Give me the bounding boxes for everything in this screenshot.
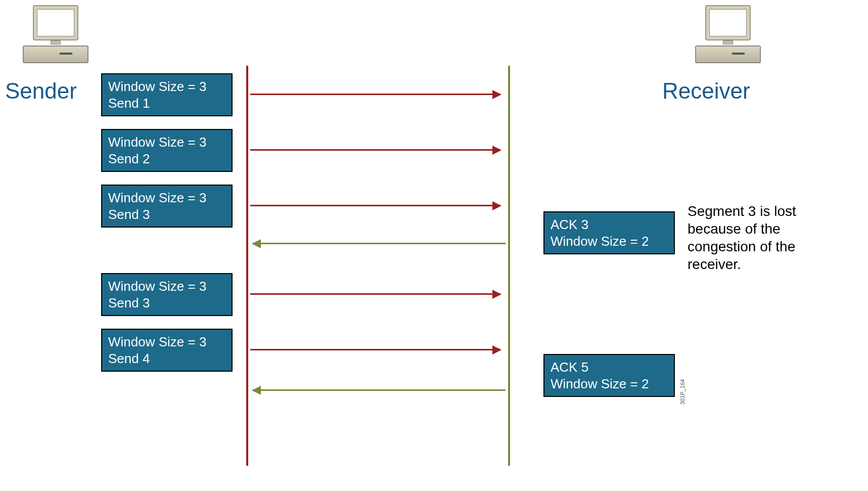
sender-box-2: Window Size = 3 Send 2: [101, 129, 233, 172]
receiver-box-2-line1: ACK 5: [551, 359, 668, 376]
receiver-lifeline: [508, 66, 510, 466]
arrow-send-2: [250, 149, 500, 151]
receiver-box-2: ACK 5 Window Size = 2: [543, 354, 675, 397]
receiver-box-1-line1: ACK 3: [551, 216, 668, 233]
sender-box-2-line1: Window Size = 3: [108, 134, 225, 151]
sender-computer-icon: [20, 5, 91, 66]
receiver-box-1: ACK 3 Window Size = 2: [543, 211, 675, 254]
sender-box-2-line2: Send 2: [108, 151, 225, 167]
sender-box-1-line1: Window Size = 3: [108, 78, 225, 95]
sender-box-1: Window Size = 3 Send 1: [101, 73, 233, 116]
sender-box-3: Window Size = 3 Send 3: [101, 185, 233, 228]
sender-box-5-line1: Window Size = 3: [108, 334, 225, 350]
arrow-ack-5: [253, 389, 506, 391]
sender-label: Sender: [5, 78, 77, 104]
sender-box-1-line2: Send 1: [108, 95, 225, 112]
arrow-ack-3: [253, 243, 506, 244]
arrow-send-3: [250, 205, 500, 206]
receiver-label: Receiver: [662, 78, 750, 104]
arrow-send-3b: [250, 293, 500, 295]
sender-box-5: Window Size = 3 Send 4: [101, 329, 233, 372]
arrow-send-4: [250, 349, 500, 350]
receiver-computer-icon: [693, 5, 763, 66]
image-code: 301P_164: [679, 379, 686, 405]
sender-box-3-line1: Window Size = 3: [108, 190, 225, 206]
receiver-box-1-line2: Window Size = 2: [551, 233, 668, 250]
sender-box-4-line2: Send 3: [108, 295, 225, 311]
sender-box-4-line1: Window Size = 3: [108, 278, 225, 295]
annotation-segment-lost: Segment 3 is lost because of the congest…: [688, 202, 839, 273]
sender-box-5-line2: Send 4: [108, 350, 225, 367]
arrow-send-1: [250, 94, 500, 95]
sender-box-4: Window Size = 3 Send 3: [101, 273, 233, 316]
sender-box-3-line2: Send 3: [108, 206, 225, 223]
receiver-box-2-line2: Window Size = 2: [551, 376, 668, 392]
sender-lifeline: [246, 66, 248, 466]
